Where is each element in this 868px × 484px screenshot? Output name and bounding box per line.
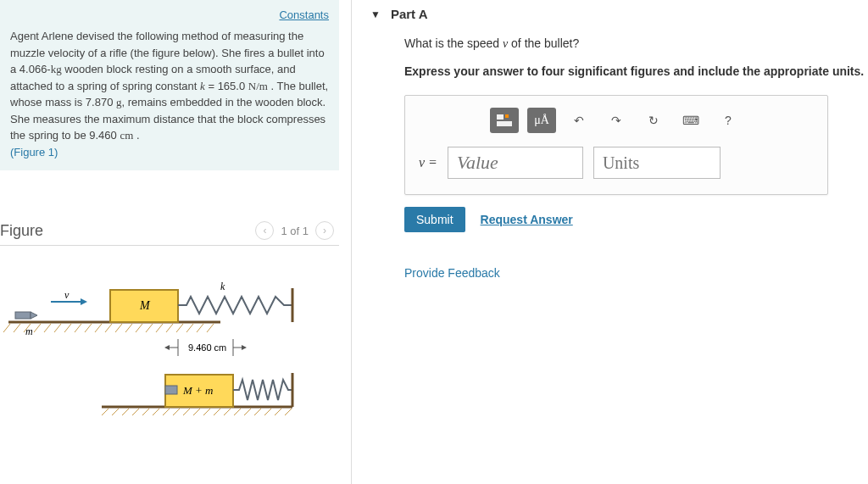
svg-line-11 [105,324,112,332]
svg-rect-63 [497,114,504,120]
svg-line-19 [186,324,193,332]
constants-link[interactable]: Constants [279,8,329,21]
svg-marker-35 [164,345,170,350]
svg-line-6 [54,324,61,332]
svg-text:M + m: M + m [182,384,214,397]
svg-text:M: M [139,299,151,312]
figure-next-button[interactable]: › [315,221,334,240]
answer-instruction: Express your answer to four significant … [404,64,868,78]
svg-line-21 [207,324,214,332]
svg-line-1 [3,324,10,332]
svg-line-16 [156,324,163,332]
svg-text:m: m [25,325,33,337]
svg-line-15 [146,324,153,332]
svg-line-57 [275,409,281,415]
svg-line-2 [14,324,20,332]
reset-icon[interactable]: ↻ [639,108,668,133]
vertical-divider [351,0,352,484]
svg-line-12 [115,324,122,332]
provide-feedback-link[interactable]: Provide Feedback [404,266,500,280]
svg-line-47 [173,409,180,415]
svg-line-43 [132,409,139,415]
svg-line-53 [234,409,241,415]
svg-text:v: v [64,289,70,301]
svg-text:9.460 cm: 9.460 cm [188,342,226,353]
svg-line-48 [183,409,190,415]
answer-box: μÅ ↶ ↷ ↻ ⌨ ? v = [404,95,828,195]
svg-line-49 [193,409,200,415]
svg-marker-37 [242,345,247,350]
figure-image: m v M k 9.460 cm [0,263,339,418]
figure-reference-link[interactable]: (Figure 1) [10,146,58,159]
svg-line-5 [44,324,51,332]
request-answer-link[interactable]: Request Answer [481,213,573,226]
svg-line-18 [176,324,183,332]
figure-prev-button[interactable]: ‹ [255,221,274,240]
svg-line-44 [142,409,149,415]
svg-line-9 [85,324,92,332]
svg-line-7 [64,324,71,332]
svg-line-46 [163,409,170,415]
svg-line-56 [264,409,271,415]
figure-page-indicator: 1 of 1 [281,225,309,237]
submit-button[interactable]: Submit [404,207,465,232]
help-icon[interactable]: ? [714,108,743,133]
undo-icon[interactable]: ↶ [565,108,593,133]
svg-line-55 [254,409,261,415]
units-input[interactable] [593,147,721,179]
svg-rect-64 [505,114,509,118]
svg-line-45 [153,409,159,415]
svg-line-4 [34,324,41,332]
svg-marker-23 [31,312,37,319]
question-text: What is the speed v of the bullet? [404,36,868,51]
svg-rect-22 [15,312,31,319]
svg-rect-60 [165,386,177,394]
figure-heading: Figure [0,222,43,240]
redo-icon[interactable]: ↷ [602,108,631,133]
equation-label: v = [419,155,437,170]
svg-rect-65 [497,121,512,126]
part-title: Part A [391,7,428,21]
svg-line-20 [197,324,203,332]
templates-icon[interactable] [490,108,519,133]
svg-line-52 [224,409,231,415]
special-chars-button[interactable]: μÅ [527,108,556,133]
svg-line-51 [214,409,220,415]
problem-text: Agent Arlene devised the following metho… [10,28,329,160]
svg-line-40 [102,409,108,415]
svg-line-50 [203,409,210,415]
problem-statement: Constants Agent Arlene devised the follo… [0,0,339,170]
svg-line-14 [136,324,142,332]
svg-text:k: k [220,281,225,292]
svg-line-41 [112,409,119,415]
svg-marker-26 [81,298,87,305]
svg-line-17 [166,324,173,332]
svg-line-13 [125,324,132,332]
svg-line-8 [75,324,81,332]
svg-line-10 [95,324,102,332]
part-header[interactable]: ▼ Part A [370,3,868,21]
value-input[interactable] [448,147,583,179]
svg-line-42 [122,409,129,415]
keyboard-icon[interactable]: ⌨ [676,108,705,133]
svg-line-58 [285,409,292,415]
caret-down-icon: ▼ [370,8,381,20]
svg-line-54 [244,409,251,415]
